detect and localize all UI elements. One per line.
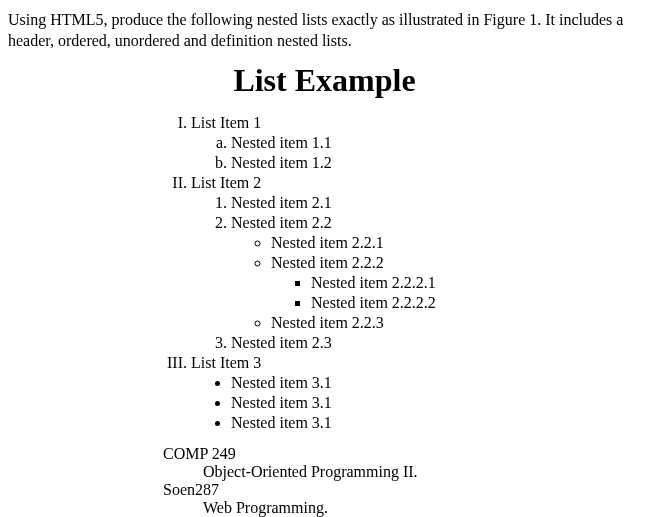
- list-item: Nested item 2.2 Nested item 2.2.1 Nested…: [231, 213, 641, 333]
- figure-content: List Item 1 Nested item 1.1 Nested item …: [163, 113, 641, 517]
- list-item: List Item 3 Nested item 3.1 Nested item …: [191, 353, 641, 433]
- nested-disc-list: Nested item 3.1 Nested item 3.1 Nested i…: [191, 373, 641, 433]
- definition-term: Soen287: [163, 481, 641, 499]
- list-item-label: List Item 3: [191, 354, 261, 371]
- list-item-label: List Item 1: [191, 114, 261, 131]
- list-item: Nested item 3.1: [231, 413, 641, 433]
- page-heading: List Example: [8, 62, 641, 99]
- list-item: Nested item 2.1: [231, 193, 641, 213]
- list-item: Nested item 2.3: [231, 333, 641, 353]
- list-item: Nested item 1.2: [231, 153, 641, 173]
- list-item: Nested item 2.2.2.2: [311, 293, 641, 313]
- list-item: Nested item 2.2.1: [271, 233, 641, 253]
- list-item-label: List Item 2: [191, 174, 261, 191]
- list-item: Nested item 3.1: [231, 373, 641, 393]
- list-item: Nested item 3.1: [231, 393, 641, 413]
- list-item: Nested item 2.2.2 Nested item 2.2.2.1 Ne…: [271, 253, 641, 313]
- nested-decimal-list: Nested item 2.1 Nested item 2.2 Nested i…: [191, 193, 641, 353]
- definition-term: COMP 249: [163, 445, 641, 463]
- list-item: Nested item 2.2.3: [271, 313, 641, 333]
- list-item-label: Nested item 2.2: [231, 214, 332, 231]
- nested-circle-list: Nested item 2.2.1 Nested item 2.2.2 Nest…: [231, 233, 641, 333]
- definition-list: COMP 249 Object-Oriented Programming II.…: [163, 445, 641, 517]
- list-item: Nested item 1.1: [231, 133, 641, 153]
- definition-desc: Web Programming.: [203, 499, 641, 517]
- list-item: Nested item 2.2.2.1: [311, 273, 641, 293]
- definition-desc: Object-Oriented Programming II.: [203, 463, 641, 481]
- list-item-label: Nested item 2.2.2: [271, 254, 384, 271]
- list-item: List Item 2 Nested item 2.1 Nested item …: [191, 173, 641, 353]
- nested-square-list: Nested item 2.2.2.1 Nested item 2.2.2.2: [271, 273, 641, 313]
- intro-paragraph: Using HTML5, produce the following neste…: [8, 10, 641, 52]
- outer-ordered-list: List Item 1 Nested item 1.1 Nested item …: [163, 113, 641, 433]
- list-item: List Item 1 Nested item 1.1 Nested item …: [191, 113, 641, 173]
- nested-alpha-list: Nested item 1.1 Nested item 1.2: [191, 133, 641, 173]
